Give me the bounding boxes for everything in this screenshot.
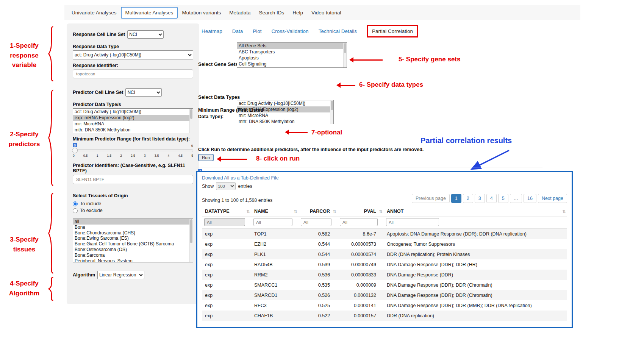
response-identifier-label: Response Identifier: bbox=[73, 63, 193, 68]
slider-track[interactable] bbox=[73, 149, 193, 152]
download-link[interactable]: Download All as a Tab-Delimited File bbox=[202, 175, 567, 181]
predictor-cell-line-select[interactable]: NCI bbox=[125, 88, 162, 97]
pagination-page-3[interactable]: 3 bbox=[475, 194, 485, 203]
pagination-page-1[interactable]: 1 bbox=[451, 194, 461, 203]
pagination-page-16[interactable]: 16 bbox=[524, 194, 536, 203]
run-button[interactable]: Run bbox=[198, 154, 214, 161]
list-item[interactable]: Bone bbox=[73, 225, 193, 230]
scrollbar[interactable] bbox=[189, 219, 193, 262]
column-header-pval[interactable]: PVAL bbox=[338, 206, 384, 217]
min-range-label: Minimum Range (First Listed Data Type): bbox=[198, 107, 270, 120]
annotation-results-title: Partial correlation results bbox=[420, 136, 512, 145]
list-item[interactable]: ABC Transporters bbox=[237, 49, 347, 55]
table-row[interactable]: exp RAD54B 0.539 0.00000749 DNA Damage R… bbox=[202, 259, 567, 270]
list-item[interactable]: Cell Signaling bbox=[237, 61, 347, 67]
column-header-parcor[interactable]: PARCOR bbox=[299, 206, 338, 217]
response-cell-line-select[interactable]: NCI bbox=[127, 30, 164, 39]
table-row[interactable]: exp RRM2 0.536 0.00000833 DNA Damage Res… bbox=[202, 270, 567, 280]
table-row[interactable]: exp SMARCD1 0.526 0.0000132 DNA Damage R… bbox=[202, 290, 567, 300]
brace-step3 bbox=[47, 191, 55, 276]
list-item[interactable]: mth: DNA 850K Methylation bbox=[73, 127, 193, 133]
radio-include[interactable] bbox=[73, 201, 78, 206]
sort-icon[interactable] bbox=[379, 209, 383, 214]
scrollbar[interactable] bbox=[343, 43, 347, 67]
nav-help[interactable]: Help bbox=[288, 10, 307, 16]
predictor-cell-line-label: Predictor Cell Line Set bbox=[73, 90, 123, 95]
list-item[interactable]: exp: mRNA Expression (log2) bbox=[73, 115, 193, 121]
column-header-name[interactable]: NAME bbox=[251, 206, 299, 217]
filter-parcor-input[interactable] bbox=[301, 218, 331, 226]
nav-search-ids[interactable]: Search IDs bbox=[255, 10, 288, 16]
tab-technical-details[interactable]: Technical Details bbox=[319, 28, 357, 34]
min-predictor-range-slider: 0 5 0 0.5 1 1.5 2 2.5 3 3.5 4 4.5 5 bbox=[73, 144, 193, 159]
scrollbar-thumb[interactable] bbox=[190, 109, 192, 119]
list-item[interactable]: Bone:Ewing Sarcoma (ES) bbox=[73, 236, 193, 241]
response-identifier-input[interactable] bbox=[73, 69, 193, 78]
tab-partial-correlation[interactable]: Partial Correlation bbox=[367, 25, 418, 37]
nav-mutation-variants[interactable]: Mutation variants bbox=[178, 10, 225, 16]
list-item[interactable]: act: Drug Activity (-log10[IC50M]) bbox=[73, 109, 193, 115]
filter-name-input[interactable] bbox=[253, 218, 292, 226]
pagination-page-4[interactable]: 4 bbox=[486, 194, 497, 203]
response-data-type-select[interactable]: act: Drug Activity (-log10[IC50M]) bbox=[73, 50, 193, 59]
pagination-previous[interactable]: Previous page bbox=[412, 194, 450, 203]
nav-multivariate-analyses[interactable]: Multivariate Analyses bbox=[121, 7, 178, 19]
sort-icon[interactable] bbox=[247, 209, 250, 214]
pagination-page-5[interactable]: 5 bbox=[498, 194, 508, 203]
list-item[interactable]: Bone:Chondrosarcoma (CHS) bbox=[73, 230, 193, 236]
list-item[interactable]: Peripheral_Nervous_System bbox=[73, 258, 193, 262]
annotation-step4: 4-Specify Algorithm bbox=[2, 279, 46, 298]
radio-exclude[interactable] bbox=[73, 208, 78, 213]
column-header-annot[interactable]: ANNOT bbox=[384, 206, 567, 217]
scrollbar[interactable] bbox=[189, 109, 193, 133]
tissue-exclude-radio[interactable]: To exclude bbox=[73, 207, 193, 214]
table-row[interactable]: exp RFC3 0.525 0.0000141 DNA Damage Resp… bbox=[202, 300, 567, 311]
brace-step1 bbox=[47, 25, 55, 83]
list-item[interactable]: all bbox=[73, 219, 193, 225]
sort-icon[interactable] bbox=[333, 209, 336, 214]
list-item[interactable]: Bone:Sarcoma bbox=[73, 253, 193, 258]
entries-per-page-select[interactable]: 100 bbox=[216, 182, 236, 190]
filter-datatype-input[interactable] bbox=[204, 218, 245, 226]
predictor-identifiers-input[interactable] bbox=[73, 175, 193, 184]
table-row[interactable]: exp SMARCC1 0.535 0.000009 DNA Damage Re… bbox=[202, 280, 567, 290]
annotation-step8: 8- click on run bbox=[256, 154, 300, 164]
sort-icon[interactable] bbox=[563, 209, 566, 214]
top-navigation: Univariate Analyses Multivariate Analyse… bbox=[64, 5, 580, 20]
column-header-datatype[interactable]: DATATYPE bbox=[202, 206, 251, 217]
list-item[interactable]: mir: MicroRNA bbox=[73, 121, 193, 127]
table-row[interactable]: exp TOP1 0.582 8.6e-7 Apoptosis; DNA Dam… bbox=[202, 229, 567, 239]
slider-handle[interactable] bbox=[72, 148, 78, 153]
list-item[interactable]: Apoptosis bbox=[237, 55, 347, 61]
pagination-page-2[interactable]: 2 bbox=[463, 194, 473, 203]
input-sidebar: Response Cell Line Set NCI Response Data… bbox=[67, 23, 199, 304]
sort-icon[interactable] bbox=[294, 209, 297, 214]
filter-annot-input[interactable] bbox=[386, 218, 439, 226]
scrollbar-thumb[interactable] bbox=[331, 101, 333, 110]
filter-pval-input[interactable] bbox=[340, 218, 378, 226]
tab-plot[interactable]: Plot bbox=[253, 28, 261, 34]
algorithm-select[interactable]: Linear Regression bbox=[97, 271, 144, 279]
nav-univariate-analyses[interactable]: Univariate Analyses bbox=[67, 10, 121, 16]
algorithm-label: Algorithm bbox=[73, 272, 95, 278]
table-row[interactable]: exp PLK1 0.544 0.00000574 DDR (DNA repli… bbox=[202, 249, 567, 259]
nav-metadata[interactable]: Metadata bbox=[225, 10, 255, 16]
tissue-include-radio[interactable]: To include bbox=[73, 200, 193, 207]
scrollbar-thumb[interactable] bbox=[344, 43, 346, 53]
predictor-identifiers-label: Predictor Identifiers: (Case-Sensitive, … bbox=[73, 163, 193, 173]
nav-video-tutorial[interactable]: Video tutorial bbox=[307, 10, 345, 16]
tab-data[interactable]: Data bbox=[232, 28, 243, 34]
list-item[interactable]: act: Drug Activity (-log10[IC50M]) bbox=[237, 100, 333, 106]
scrollbar-thumb[interactable] bbox=[190, 219, 192, 243]
scrollbar[interactable] bbox=[330, 100, 333, 124]
predictor-data-types-label: Predictor Data Type/s bbox=[73, 102, 193, 107]
pagination-next[interactable]: Next page bbox=[538, 194, 567, 203]
table-row[interactable]: exp EZH2 0.544 0.00000573 Oncogenes; Tum… bbox=[202, 239, 567, 249]
run-instruction: Click Run to determine additional predic… bbox=[198, 147, 424, 152]
list-item[interactable]: Bone:Giant Cell Tumor of Bone (GCTB) Sar… bbox=[73, 241, 193, 247]
tab-heatmap[interactable]: Heatmap bbox=[202, 28, 222, 34]
tab-cross-validation[interactable]: Cross-Validation bbox=[272, 28, 309, 34]
table-row[interactable]: exp CHAF1B 0.522 0.0000157 DDR (DNA repl… bbox=[202, 311, 567, 321]
list-item[interactable]: All Gene Sets bbox=[237, 43, 347, 49]
list-item[interactable]: Bone:Osteosarcoma (OS) bbox=[73, 247, 193, 253]
